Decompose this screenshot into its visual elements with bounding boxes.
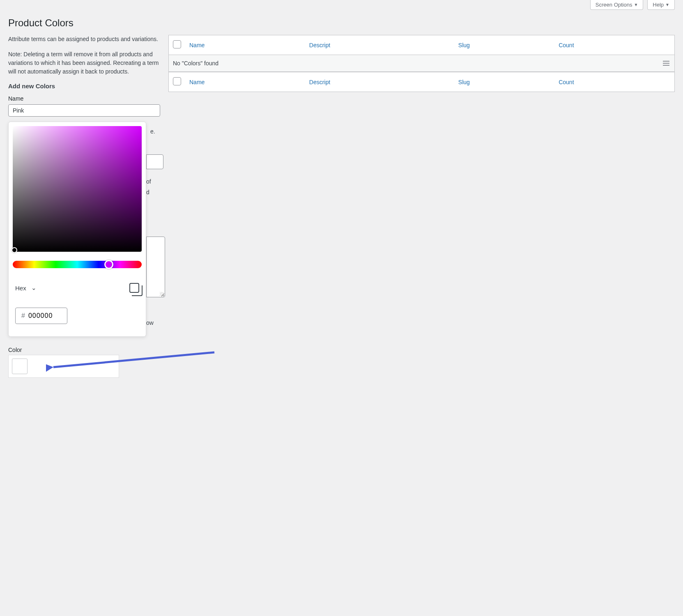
col-description-header[interactable]: Descript — [305, 35, 454, 55]
help-tab[interactable]: Help ▼ — [647, 0, 675, 10]
hue-slider[interactable] — [13, 261, 142, 268]
hamburger-icon[interactable] — [663, 61, 669, 66]
saturation-brightness-canvas[interactable] — [13, 126, 142, 252]
chevron-down-icon: ⌄ — [31, 284, 37, 292]
partial-text: ow — [146, 319, 154, 326]
col-slug-header[interactable]: Slug — [454, 35, 554, 55]
screen-options-tab[interactable]: Screen Options ▼ — [590, 0, 644, 10]
page-title: Product Colors — [0, 10, 683, 35]
color-swatch-container — [8, 355, 119, 378]
col-description-footer[interactable]: Descript — [305, 72, 454, 92]
hex-hash: # — [21, 312, 25, 319]
chevron-down-icon: ▼ — [634, 2, 638, 7]
format-selector[interactable]: Hex ⌄ — [15, 284, 37, 292]
copy-icon[interactable] — [129, 283, 139, 293]
chevron-down-icon: ▼ — [665, 2, 669, 7]
hex-input-wrapper: # — [15, 308, 67, 324]
form-heading: Add new Colors — [8, 83, 160, 90]
color-picker-popup: Hex ⌄ # — [8, 122, 146, 337]
empty-message: No "Colors" found — [173, 60, 218, 67]
name-field-label: Name — [8, 95, 160, 102]
table-row: No "Colors" found — [169, 55, 674, 72]
terms-table: Name Descript Slug Count No "Colors" fou… — [168, 35, 675, 92]
partial-text: d — [146, 189, 149, 195]
col-name-footer[interactable]: Name — [185, 72, 305, 92]
select-all-checkbox-top[interactable] — [173, 40, 181, 48]
name-input[interactable] — [8, 104, 160, 117]
screen-options-label: Screen Options — [596, 2, 632, 8]
saturation-cursor[interactable] — [11, 247, 17, 253]
col-slug-footer[interactable]: Slug — [454, 72, 554, 92]
hue-slider-handle[interactable] — [104, 260, 113, 269]
description-textarea-partial[interactable] — [146, 237, 165, 297]
format-label: Hex — [15, 285, 26, 292]
color-swatch-button[interactable] — [12, 359, 28, 374]
col-name-header[interactable]: Name — [185, 35, 305, 55]
partial-text: of — [146, 178, 151, 185]
slug-input-partial[interactable] — [146, 154, 163, 169]
select-all-checkbox-bottom[interactable] — [173, 77, 181, 85]
partial-text: e. — [150, 128, 155, 135]
intro-text-2: Note: Deleting a term will remove it fro… — [8, 50, 160, 76]
hex-input[interactable] — [28, 312, 61, 319]
color-field-label: Color — [8, 347, 160, 353]
col-count-footer[interactable]: Count — [554, 72, 674, 92]
col-count-header[interactable]: Count — [554, 35, 674, 55]
help-label: Help — [653, 2, 664, 8]
intro-text-1: Attribute terms can be assigned to produ… — [8, 35, 160, 44]
